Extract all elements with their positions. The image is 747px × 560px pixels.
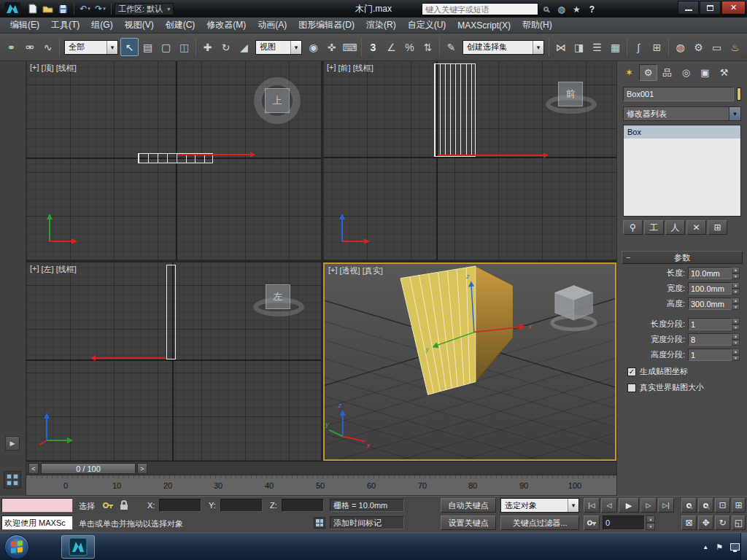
snaps-toggle-icon[interactable]: 3	[364, 38, 382, 56]
menu-help[interactable]: 帮助(H)	[516, 17, 558, 34]
viewport-menu-general[interactable]: [+]	[328, 265, 338, 276]
param-width-field[interactable]	[688, 282, 732, 295]
edit-named-selection-sets-icon[interactable]: ✎	[442, 38, 460, 56]
time-slider-handle[interactable]: 0 / 100	[41, 463, 136, 474]
track-bar[interactable]: 0 10 20 30 40 50 60 70 80 90 100	[26, 475, 616, 496]
render-production-icon[interactable]: ♨	[726, 38, 744, 56]
viewport-menu-pov[interactable]: [前]	[338, 63, 352, 74]
go-to-start-button[interactable]: |◁	[584, 498, 600, 513]
set-key-button[interactable]: 设置关键点	[441, 516, 496, 530]
spinner-arrows[interactable]: ▲▼	[732, 282, 740, 295]
unlink-selection-icon[interactable]: ⚮	[20, 38, 39, 56]
viewport-menu-general[interactable]: [+]	[326, 63, 337, 74]
rectangular-selection-region-icon[interactable]: ▢	[157, 38, 175, 56]
menu-modifiers[interactable]: 修改器(M)	[201, 17, 252, 34]
start-button[interactable]	[4, 534, 29, 559]
param-length-field[interactable]	[688, 267, 732, 279]
tab-create-icon[interactable]: ✶	[620, 64, 638, 81]
viewport-menu-shading[interactable]: [真实]	[362, 265, 384, 276]
pan-view-icon[interactable]: ✥	[698, 516, 713, 530]
new-scene-icon[interactable]	[25, 2, 40, 16]
keyboard-shortcut-override-icon[interactable]: ⌨	[341, 38, 359, 56]
menu-tools[interactable]: 工具(T)	[45, 17, 85, 34]
x-coordinate-field[interactable]	[159, 499, 201, 512]
selection-lock-toggle-icon[interactable]	[118, 499, 130, 513]
modifier-list-dropdown[interactable]: 修改器列表	[623, 106, 741, 121]
reference-coordinate-system-dropdown[interactable]: 视图	[255, 40, 302, 55]
viewcube-face[interactable]: 前	[558, 82, 583, 106]
window-crossing-toggle-icon[interactable]: ◫	[175, 38, 193, 56]
save-file-icon[interactable]	[55, 2, 71, 16]
move-gizmo-x-axis[interactable]	[96, 357, 166, 359]
tab-utilities-icon[interactable]: ⚒	[715, 64, 733, 81]
selection-filter-dropdown[interactable]: 全部	[64, 40, 118, 55]
modifier-stack[interactable]: Box	[623, 125, 741, 217]
menu-group[interactable]: 组(G)	[85, 17, 118, 34]
param-height-field[interactable]	[688, 298, 732, 310]
viewcube-face[interactable]: 上	[265, 88, 290, 113]
zoom-region-icon[interactable]: ⊠	[681, 516, 697, 530]
minimize-button[interactable]	[678, 1, 699, 15]
viewport-top[interactable]: [+] [顶] [线框] 上	[26, 61, 321, 260]
manage-layers-icon[interactable]: ☰	[588, 38, 606, 56]
show-end-result-icon[interactable]: 工	[644, 220, 664, 235]
isolate-selection-icon[interactable]	[102, 499, 114, 513]
taskbar-3dsmax-button[interactable]	[61, 535, 95, 559]
viewport-menu-pov[interactable]: [顶]	[41, 63, 55, 74]
move-gizmo-x-axis[interactable]	[438, 155, 543, 156]
viewport-menu-shading[interactable]: [线框]	[352, 63, 374, 74]
align-icon[interactable]: ◨	[570, 38, 588, 56]
maximize-viewport-toggle-icon[interactable]: ◱	[732, 516, 746, 530]
viewport-layout-tabs-icon[interactable]	[4, 471, 21, 489]
viewport-left[interactable]: [+] [左] [线框] 左	[26, 262, 321, 461]
select-and-move-icon[interactable]: ✚	[198, 38, 217, 56]
menu-create[interactable]: 创建(C)	[160, 17, 201, 34]
spinner-snap-toggle-icon[interactable]: ⇅	[419, 38, 437, 56]
rendered-frame-window-icon[interactable]: ▭	[708, 38, 726, 56]
time-tag-icon[interactable]	[314, 517, 325, 529]
menu-animation[interactable]: 动画(A)	[252, 17, 293, 34]
percent-snap-toggle-icon[interactable]: %	[400, 38, 419, 56]
tab-modify-icon[interactable]: ⚙	[639, 64, 657, 81]
z-coordinate-field[interactable]	[282, 499, 324, 512]
mirror-icon[interactable]: ⋈	[551, 38, 570, 56]
redo-icon[interactable]: ↷▾	[93, 2, 108, 16]
bind-to-space-warp-icon[interactable]: ∿	[39, 38, 57, 56]
curve-editor-icon[interactable]: ∫	[630, 38, 648, 56]
maximize-button[interactable]	[700, 1, 721, 15]
time-slider[interactable]: < 0 / 100 >	[26, 461, 616, 475]
menu-edit[interactable]: 编辑(E)	[4, 17, 45, 34]
viewport-menu-pov[interactable]: [透视]	[339, 265, 361, 276]
hidden-icons-chevron[interactable]: ▲	[703, 544, 708, 551]
favorites-star-icon[interactable]: ★	[569, 2, 584, 16]
select-and-scale-icon[interactable]: ◢	[235, 38, 253, 56]
stack-item-box[interactable]: Box	[624, 125, 740, 139]
param-height-segs-field[interactable]	[688, 349, 732, 361]
frame-spinner[interactable]: ▲▼	[646, 516, 655, 530]
orbit-icon[interactable]: ↻	[715, 516, 730, 530]
object-color-swatch[interactable]	[737, 88, 741, 101]
box-object-left-view[interactable]	[166, 265, 176, 359]
graphite-modeling-tools-icon[interactable]: ▦	[606, 38, 624, 56]
spinner-arrows[interactable]: ▲▼	[732, 318, 740, 330]
current-frame-field[interactable]	[603, 516, 645, 530]
play-animation-button[interactable]: ▶	[619, 498, 639, 513]
checkbox-checked-icon[interactable]	[627, 368, 636, 376]
menu-views[interactable]: 视图(V)	[119, 17, 160, 34]
box-object-front-view[interactable]	[434, 63, 476, 157]
select-and-rotate-icon[interactable]: ↻	[217, 38, 235, 56]
param-width-segs-field[interactable]	[688, 333, 732, 346]
zoom-extents-icon[interactable]: ⊡	[715, 498, 730, 513]
communication-center-icon[interactable]: ◍	[554, 2, 569, 16]
material-editor-icon[interactable]: ◍	[671, 38, 689, 56]
viewport-menu-general[interactable]: [+]	[29, 63, 40, 74]
menu-rendering[interactable]: 渲染(R)	[360, 17, 402, 34]
search-icon[interactable]	[538, 2, 554, 16]
spinner-arrows[interactable]: ▲▼	[732, 333, 740, 346]
search-input[interactable]	[422, 3, 538, 15]
undo-icon[interactable]: ↶▾	[77, 2, 93, 16]
select-by-name-icon[interactable]: ▤	[139, 38, 157, 56]
menu-graph-editors[interactable]: 图形编辑器(D)	[293, 17, 360, 34]
viewport-perspective[interactable]: x y z y z x [+]	[323, 262, 616, 461]
tab-motion-icon[interactable]: ◎	[677, 64, 695, 81]
